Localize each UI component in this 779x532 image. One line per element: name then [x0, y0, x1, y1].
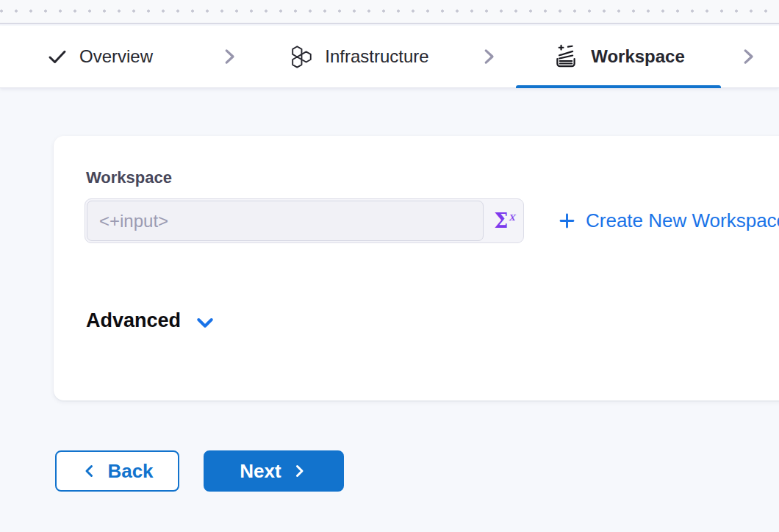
chevron-right-icon — [290, 462, 308, 480]
step-tab-overview[interactable]: Overview — [0, 26, 202, 87]
plus-icon — [557, 211, 577, 231]
chevron-right-icon — [202, 26, 256, 87]
step-label-workspace: Workspace — [591, 46, 685, 67]
chevron-left-icon — [81, 462, 98, 480]
workspace-stack-icon — [552, 43, 580, 71]
create-new-workspace-link[interactable]: Create New Workspace — [557, 198, 779, 243]
create-link-label: Create New Workspace — [586, 209, 779, 232]
dotted-canvas-strip — [0, 0, 779, 24]
next-button[interactable]: Next — [204, 450, 344, 492]
step-tab-infrastructure[interactable]: Infrastructure — [256, 26, 462, 87]
workspace-input-group: Σx — [85, 198, 524, 243]
wizard-stepper: Overview Infrastructure — [0, 26, 779, 88]
step-label-infrastructure: Infrastructure — [325, 46, 428, 67]
check-icon — [46, 46, 68, 68]
sigma-icon: Σ — [494, 209, 508, 232]
chevron-down-icon — [194, 314, 216, 333]
chevron-right-icon — [462, 26, 516, 87]
back-button[interactable]: Back — [55, 450, 179, 492]
infrastructure-icon — [289, 44, 314, 69]
workspace-form-card: Workspace Σx Create New Workspace Advanc… — [54, 136, 779, 400]
advanced-toggle[interactable]: Advanced — [86, 309, 216, 332]
workspace-input[interactable] — [87, 201, 484, 241]
back-button-label: Back — [107, 460, 153, 483]
stepper-row: Overview Infrastructure — [0, 26, 779, 87]
formula-sigma-button[interactable]: Σx — [485, 199, 523, 242]
active-step-underline — [516, 85, 721, 88]
workspace-field-label: Workspace — [86, 168, 172, 187]
advanced-label: Advanced — [86, 309, 181, 332]
chevron-right-icon — [721, 26, 775, 87]
step-label-overview: Overview — [79, 46, 153, 67]
next-button-label: Next — [240, 460, 281, 483]
wizard-screen: Overview Infrastructure — [0, 0, 779, 532]
step-tab-workspace[interactable]: Workspace — [516, 26, 721, 87]
